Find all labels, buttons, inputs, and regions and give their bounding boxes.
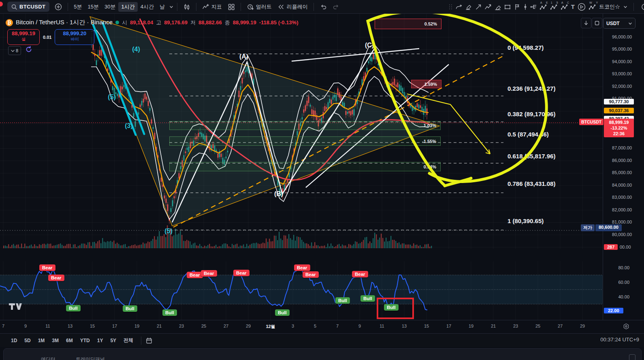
range-button[interactable]: 5Y	[107, 336, 120, 345]
range-button[interactable]: 전체	[120, 336, 137, 345]
time-label: 12월	[266, 324, 275, 330]
replay-button[interactable]: 리플레이	[275, 2, 311, 12]
sell-label: 셀	[8, 37, 39, 42]
time-label: 13	[68, 324, 73, 328]
server-clock[interactable]: 00:37:24 UTC+9	[600, 337, 639, 343]
bear-marker: Bear	[201, 270, 217, 277]
timeframe-button[interactable]: 날	[157, 2, 168, 12]
percent-zone[interactable]: 1.59%	[411, 80, 441, 88]
text-tool-icon[interactable]: T	[571, 3, 575, 10]
time-label: 7	[336, 324, 339, 328]
price-tick: 94,000.00	[605, 59, 632, 64]
add-symbol-button[interactable]	[52, 2, 65, 12]
pattern-tool-wy[interactable]: W Y	[589, 3, 597, 11]
wave-label[interactable]: (4)	[132, 46, 140, 53]
timeframe-button[interactable]: 5분	[71, 2, 85, 12]
symbol-search[interactable]: BTCUSDT	[7, 2, 49, 12]
percent-zone[interactable]: -1.55%	[169, 136, 441, 146]
bar-countdown: 22:36	[604, 131, 634, 136]
sell-button[interactable]: 88,999.19 셀	[7, 29, 40, 45]
axis-settings-button[interactable]	[623, 323, 630, 332]
fib-level-label[interactable]: 1 (80,390.65)	[508, 217, 544, 224]
zone-label: 0.52%	[424, 21, 437, 26]
range-button[interactable]: 6M	[62, 336, 77, 345]
currency-label: USDT	[606, 21, 620, 26]
wave-label[interactable]: (A)	[239, 53, 248, 60]
elliott-pattern-tool-ae[interactable]: A E	[540, 3, 548, 11]
percent-zone[interactable]: 0.54%	[169, 162, 441, 171]
range-button[interactable]: 5D	[21, 336, 34, 345]
buy-button[interactable]: 88,999.20 바이	[55, 29, 94, 45]
currency-select[interactable]: USDT	[603, 18, 635, 29]
timeframe-button[interactable]: 4시간	[138, 2, 157, 12]
range-button[interactable]: 1D	[7, 336, 21, 345]
wave-label[interactable]: (3)	[125, 122, 133, 130]
wave-label[interactable]: (B)	[274, 190, 283, 198]
range-buttons: 1D5D1M3M6MYTD1Y5Y전체	[7, 336, 137, 345]
percent-zone[interactable]: 1.03%	[169, 121, 441, 130]
white-trendline-top[interactable]	[292, 49, 419, 61]
range-button[interactable]: 1Y	[94, 336, 107, 345]
elliott-pattern-tool-ac[interactable]: A C	[561, 3, 569, 11]
candles-icon	[183, 3, 190, 11]
highlighter-tool-icon[interactable]	[465, 3, 472, 11]
pattern-letters: W Y	[589, 1, 599, 4]
play-tool-icon[interactable]	[577, 2, 586, 11]
indicators-button[interactable]: 지표	[199, 2, 225, 12]
footer-tab[interactable]: 트레이딩패널	[76, 356, 105, 360]
vertical-line-tool-icon[interactable]	[523, 3, 527, 11]
panel-toggle-icon[interactable]	[629, 354, 635, 360]
layout-grid-button[interactable]	[225, 2, 238, 12]
clock-icon-partial[interactable]	[639, 3, 644, 11]
time-label: 17	[112, 324, 117, 328]
wave-label[interactable]: (C)	[365, 42, 374, 49]
percent-zone[interactable]: 0.52%	[375, 19, 441, 29]
sell-price: 88,999.19	[8, 30, 39, 37]
object-tree-button[interactable]: 8	[8, 46, 21, 55]
rectangle-tool-icon[interactable]	[504, 3, 511, 11]
scroll-to-recent-button[interactable]	[581, 18, 591, 28]
measure-tool-icon[interactable]	[530, 3, 537, 11]
elliott-pattern-tool-15[interactable]: 1 5	[550, 3, 558, 11]
time-label: 27	[558, 324, 563, 328]
redo-button[interactable]	[330, 2, 343, 12]
range-button[interactable]: 3M	[48, 336, 62, 345]
timeframe-button[interactable]: 15분	[85, 2, 101, 12]
range-button[interactable]: 1M	[34, 336, 49, 345]
timeframe-button[interactable]: 1시간	[118, 2, 137, 12]
footer-tab[interactable]: 에디터	[41, 356, 55, 360]
flag-tool-icon[interactable]	[514, 3, 521, 11]
fullscreen-button[interactable]	[592, 18, 602, 28]
close-value: 88,999.19	[233, 19, 256, 26]
fib-level-label[interactable]: 0.5 (87,494.46)	[508, 131, 549, 138]
drag-handle-icon[interactable]	[448, 3, 453, 11]
timeframe-button[interactable]: 30분	[102, 2, 118, 12]
trend-pattern-tool-icon[interactable]	[484, 3, 492, 11]
wave-label[interactable]: (5)	[108, 94, 116, 101]
calendar-icon[interactable]	[145, 337, 153, 344]
chart-style-button[interactable]	[180, 2, 193, 12]
alert-button[interactable]: 얼러트	[244, 2, 275, 12]
watchlist-label[interactable]: 트코인☆	[599, 3, 620, 11]
range-button[interactable]: YTD	[77, 336, 94, 345]
zone-label: 1.03%	[424, 123, 436, 128]
symbol-title[interactable]: Bitcoin / TetherUS · 1시간 · Binance	[16, 19, 113, 26]
undo-button[interactable]	[317, 2, 330, 12]
trade-widget: 88,999.19 셀 0.01 88,999.20 바이	[7, 29, 94, 45]
arrow-tool-icon[interactable]	[475, 3, 482, 11]
volume-badge: 287	[604, 244, 618, 250]
fib-level-label[interactable]: 0.382 (89,170.96)	[508, 111, 555, 117]
chevron-down-icon[interactable]	[623, 4, 628, 10]
fib-level-label[interactable]: 0 (94,598.27)	[508, 44, 544, 51]
eraser-tool-icon[interactable]	[494, 3, 501, 11]
wave-label[interactable]: (5)	[164, 228, 173, 235]
time-axis[interactable]	[0, 320, 644, 334]
chevron-down-icon[interactable]	[168, 4, 174, 10]
curve-draw-tool-icon[interactable]	[455, 3, 463, 11]
sync-button[interactable]	[25, 46, 32, 55]
fib-level-label[interactable]: 0.236 (91,245.27)	[508, 85, 555, 92]
pattern-letters: A E	[540, 1, 550, 4]
fib-level-label[interactable]: 0.786 (83,431.08)	[508, 180, 555, 187]
time-label: 15	[424, 324, 429, 328]
fib-level-label[interactable]: 0.618 (85,817.96)	[508, 153, 555, 160]
